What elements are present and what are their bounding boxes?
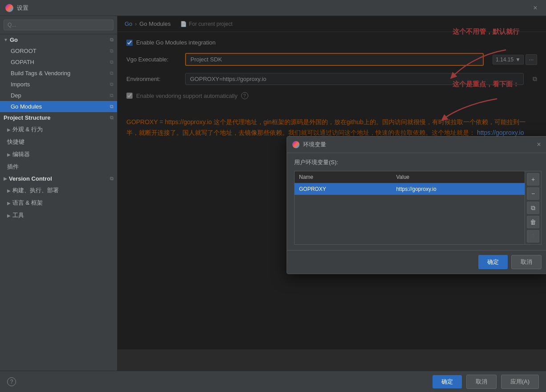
dialog-body: 用户环境变量(S): Name Value	[287, 153, 546, 250]
build-tags-label: Build Tags & Vendoring	[11, 70, 70, 77]
dialog-title-bar: 环境变量 ×	[287, 137, 546, 153]
go-arrow-icon: ▼	[4, 37, 8, 42]
project-structure-label: Project Structure	[4, 114, 50, 121]
remove-env-button[interactable]: −	[527, 187, 539, 200]
dialog-confirm-button[interactable]: 确定	[478, 255, 508, 269]
build-tags-copy-icon: ⧉	[110, 70, 113, 76]
global-help-button[interactable]: ?	[7, 377, 16, 386]
title-text: 设置	[17, 4, 28, 12]
copy-env-button[interactable]: ⧉	[527, 202, 539, 214]
delete-env-button[interactable]: 🗑	[527, 216, 539, 228]
app-icon	[5, 4, 13, 12]
dialog-close-button[interactable]: ×	[534, 140, 543, 149]
appearance-label: 外观 & 行为	[12, 125, 43, 133]
sidebar-item-language[interactable]: ▶ 语言 & 框架	[0, 197, 117, 209]
sidebar-item-version-control[interactable]: ▶ Version Control ⧉	[0, 173, 117, 184]
sidebar-item-goroot[interactable]: GOROOT ⧉	[0, 45, 117, 57]
sidebar-item-go-modules[interactable]: Go Modules ⧉	[0, 101, 117, 112]
appearance-arrow-icon: ▶	[7, 127, 11, 132]
language-arrow-icon: ▶	[7, 201, 11, 206]
bottom-bar: ? 确定 取消 应用(A)	[0, 371, 546, 392]
tools-arrow-icon: ▶	[7, 213, 11, 218]
dialog-cancel-button[interactable]: 取消	[511, 255, 542, 269]
sidebar-item-shortcuts[interactable]: 快捷键	[0, 136, 117, 148]
editor-arrow-icon: ▶	[7, 152, 11, 157]
env-table-body: GOPROXY https://goproxy.io	[295, 183, 525, 195]
sidebar-item-plugins[interactable]: 插件	[0, 161, 117, 173]
table-row[interactable]: GOPROXY https://goproxy.io	[295, 183, 525, 195]
tools-label: 工具	[12, 211, 24, 219]
env-table-container: Name Value GOPROXY https://goproxy.io	[294, 171, 525, 245]
sidebar-search-container	[0, 16, 117, 34]
global-confirm-button[interactable]: 确定	[433, 375, 462, 388]
language-label: 语言 & 框架	[12, 199, 43, 207]
editor-label: 编辑器	[12, 150, 30, 158]
col-name: Name	[295, 171, 392, 183]
dep-copy-icon: ⧉	[110, 93, 113, 98]
title-bar: 设置 ×	[0, 0, 546, 16]
sidebar-item-imports[interactable]: Imports ⧉	[0, 79, 117, 90]
sidebar-item-build[interactable]: ▶ 构建、执行、部署	[0, 184, 117, 197]
sidebar-item-build-tags[interactable]: Build Tags & Vendoring ⧉	[0, 68, 117, 79]
goroot-label: GOROOT	[11, 48, 36, 54]
go-modules-copy-icon: ⧉	[110, 104, 113, 109]
col-value: Value	[392, 171, 525, 183]
sidebar-item-editor[interactable]: ▶ 编辑器	[0, 148, 117, 161]
env-table: Name Value GOPROXY https://goproxy.io	[295, 171, 525, 195]
env-table-actions: + − ⧉ 🗑 ?	[525, 171, 542, 245]
global-apply-button[interactable]: 应用(A)	[501, 375, 539, 389]
gopath-label: GOPATH	[11, 59, 34, 65]
close-button[interactable]: ×	[530, 3, 541, 13]
help-icon: ?	[10, 379, 13, 385]
row-value: https://goproxy.io	[392, 183, 525, 195]
imports-copy-icon: ⧉	[110, 81, 113, 87]
plugins-label: 插件	[7, 163, 19, 171]
imports-label: Imports	[11, 81, 30, 88]
sidebar-item-go[interactable]: ▼ Go ⧉	[0, 34, 117, 45]
sidebar-item-go-label: Go	[10, 36, 18, 43]
main-layout: ▼ Go ⧉ GOROOT ⧉ GOPATH ⧉ Build Tags & Ve…	[0, 16, 546, 371]
env-table-header: Name Value	[295, 171, 525, 183]
sidebar-item-gopath[interactable]: GOPATH ⧉	[0, 57, 117, 68]
row-name: GOPROXY	[295, 183, 392, 195]
build-label: 构建、执行、部署	[12, 186, 59, 194]
dialog-footer: 确定 取消	[287, 250, 546, 274]
sidebar-item-appearance[interactable]: ▶ 外观 & 行为	[0, 123, 117, 136]
sidebar-item-tools[interactable]: ▶ 工具	[0, 209, 117, 222]
version-control-label: Version Control	[9, 175, 52, 182]
dialog-title-icon	[292, 141, 299, 148]
env-table-wrapper: Name Value GOPROXY https://goproxy.io	[294, 171, 542, 245]
go-modules-label: Go Modules	[11, 103, 42, 110]
dialog-subtitle: 用户环境变量(S):	[294, 158, 542, 166]
project-structure-copy-icon: ⧉	[110, 115, 113, 121]
env-vars-dialog: 环境变量 × 用户环境变量(S): Name Value	[287, 136, 546, 274]
build-arrow-icon: ▶	[7, 188, 11, 193]
go-copy-icon: ⧉	[110, 37, 113, 43]
global-cancel-button[interactable]: 取消	[466, 375, 497, 389]
sidebar-item-dep[interactable]: Dep ⧉	[0, 90, 117, 101]
shortcuts-label: 快捷键	[7, 138, 24, 146]
version-control-copy-icon: ⧉	[110, 176, 113, 182]
gopath-copy-icon: ⧉	[110, 59, 113, 65]
search-input[interactable]	[4, 20, 113, 30]
version-control-arrow-icon: ▶	[4, 176, 7, 181]
sidebar: ▼ Go ⧉ GOROOT ⧉ GOPATH ⧉ Build Tags & Ve…	[0, 16, 117, 371]
help-env-button[interactable]: ?	[527, 230, 539, 242]
dialog-title-text: 环境变量	[303, 141, 531, 149]
dep-label: Dep	[11, 92, 21, 99]
sidebar-item-project-structure[interactable]: Project Structure ⧉	[0, 112, 117, 123]
content-area: Go › Go Modules 📄 For current project En…	[117, 16, 546, 371]
goroot-copy-icon: ⧉	[110, 48, 113, 54]
add-env-button[interactable]: +	[527, 173, 539, 186]
